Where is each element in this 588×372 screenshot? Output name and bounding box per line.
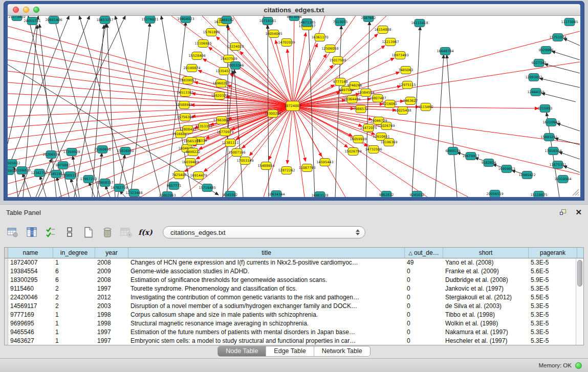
cell-out_degree[interactable]: 0 bbox=[405, 319, 443, 328]
graph-edge-black[interactable] bbox=[552, 51, 580, 60]
cell-name[interactable]: 19384554 bbox=[8, 267, 53, 276]
cell-out_degree[interactable]: 49 bbox=[405, 258, 443, 267]
graph-edge-red[interactable] bbox=[275, 40, 293, 106]
cell-title[interactable]: Estimation of significance thresholds fo… bbox=[128, 276, 405, 285]
table-row[interactable]: 1938455462009Genome-wide association stu… bbox=[5, 267, 583, 276]
cell-year[interactable]: 2008 bbox=[95, 276, 128, 285]
graph-edge-black[interactable] bbox=[107, 24, 115, 197]
table-row[interactable]: 977716911998Corpus callosum shape and si… bbox=[5, 311, 583, 319]
network-canvas[interactable]: 1615480812213967109734937485063129751159… bbox=[8, 16, 580, 197]
cell-name[interactable]: 9463627 bbox=[8, 337, 53, 345]
tab-network-table[interactable]: Network Table bbox=[314, 346, 370, 356]
graph-edge-black[interactable] bbox=[545, 64, 580, 73]
cell-name[interactable]: 18300295 bbox=[8, 276, 53, 285]
cell-year[interactable]: 1998 bbox=[95, 319, 128, 328]
cell-pagerank[interactable]: 5.3E-5 bbox=[529, 285, 577, 293]
minimize-window-button[interactable] bbox=[23, 7, 29, 13]
graph-edge-black[interactable] bbox=[57, 177, 61, 197]
graph-edge-black[interactable] bbox=[38, 16, 125, 197]
column-header-name[interactable]: name bbox=[8, 248, 53, 258]
cell-name[interactable]: 9115460 bbox=[8, 285, 53, 293]
cell-out_degree[interactable]: 0 bbox=[405, 293, 443, 302]
graph-edge-red[interactable] bbox=[233, 16, 293, 106]
cell-short[interactable]: Tibbo et al. (1998) bbox=[443, 311, 529, 319]
cell-short[interactable]: Franke et al. (2009) bbox=[443, 267, 529, 276]
graph-edge-red[interactable] bbox=[293, 43, 317, 106]
cell-title[interactable]: Corpus callosum shape and size in male p… bbox=[128, 311, 405, 319]
table-row[interactable]: 969969511998Structural magnetic resonanc… bbox=[5, 319, 583, 328]
cell-in_degree[interactable]: 2 bbox=[53, 285, 95, 293]
graph-edge-black[interactable] bbox=[447, 55, 457, 197]
graph-edge-red[interactable] bbox=[8, 49, 293, 106]
graph-edge-black[interactable] bbox=[92, 25, 104, 197]
graph-edge-black[interactable] bbox=[28, 16, 69, 197]
graph-edge-black[interactable] bbox=[8, 16, 38, 144]
float-panel-icon[interactable] bbox=[560, 209, 567, 216]
cell-name[interactable]: 9465546 bbox=[8, 328, 53, 337]
graph-edge-red[interactable] bbox=[293, 106, 304, 197]
table-row[interactable]: 2242004622012Investigating the contribut… bbox=[5, 293, 583, 302]
cell-out_degree[interactable]: 0 bbox=[405, 311, 443, 319]
table-row[interactable]: 1456911722003Disruption of a novel membe… bbox=[5, 302, 583, 311]
cell-pagerank[interactable]: 5.3E-5 bbox=[529, 328, 577, 337]
cell-pagerank[interactable]: 5.6E-5 bbox=[529, 267, 577, 276]
graph-edge-black[interactable] bbox=[166, 22, 186, 197]
graph-edge-black[interactable] bbox=[541, 93, 576, 102]
graph-edge-red[interactable] bbox=[293, 16, 294, 106]
graph-edge-black[interactable] bbox=[335, 26, 341, 197]
cell-year[interactable]: 2008 bbox=[95, 258, 128, 267]
cell-title[interactable]: Genome-wide association studies in ADHD. bbox=[128, 267, 405, 276]
cell-year[interactable]: 2003 bbox=[95, 302, 128, 311]
cell-title[interactable]: Estimation of the future numbers of pati… bbox=[128, 328, 405, 337]
cell-out_degree[interactable]: 0 bbox=[405, 337, 443, 345]
graph-edge-black[interactable] bbox=[130, 23, 150, 197]
tab-node-table[interactable]: Node Table bbox=[218, 346, 266, 356]
cell-name[interactable]: 14569117 bbox=[8, 302, 53, 311]
graph-edge-red[interactable] bbox=[293, 106, 580, 174]
tab-edge-table[interactable]: Edge Table bbox=[266, 346, 314, 356]
graph-edge-black[interactable] bbox=[8, 16, 69, 169]
cell-pagerank[interactable]: 5.3E-5 bbox=[529, 302, 577, 311]
cell-pagerank[interactable]: 5.3E-5 bbox=[529, 311, 577, 319]
graph-edge-black[interactable] bbox=[539, 78, 580, 87]
column-header-year[interactable]: year bbox=[95, 248, 128, 258]
graph-edge-black[interactable] bbox=[23, 173, 31, 197]
column-header-title[interactable]: title bbox=[128, 248, 405, 258]
new-column-button[interactable] bbox=[82, 226, 95, 238]
citation-network-graph[interactable]: 1615480812213967109734937485063129751159… bbox=[8, 16, 580, 197]
window-titlebar[interactable]: citations_edges.txt bbox=[8, 4, 580, 16]
zoom-window-button[interactable] bbox=[33, 7, 39, 13]
graph-edge-red[interactable] bbox=[230, 74, 293, 106]
graph-edge-black[interactable] bbox=[79, 16, 130, 197]
column-header-pagerank[interactable]: pagerank bbox=[529, 248, 577, 258]
graph-edge-black[interactable] bbox=[555, 138, 580, 145]
cell-in_degree[interactable]: 6 bbox=[53, 276, 95, 285]
cell-year[interactable]: 2009 bbox=[95, 267, 128, 276]
cell-in_degree[interactable]: 6 bbox=[53, 267, 95, 276]
cell-short[interactable]: Dudbridge et al. (2008) bbox=[443, 276, 529, 285]
cell-title[interactable]: Tourette syndrome. Phenomenology and cla… bbox=[128, 285, 405, 293]
table-scrollbar-thumb[interactable] bbox=[577, 260, 582, 287]
cell-in_degree[interactable]: 1 bbox=[53, 328, 95, 337]
show-columns-button[interactable] bbox=[25, 226, 38, 238]
table-row[interactable]: 1830029562008Estimation of significance … bbox=[5, 276, 583, 285]
cell-in_degree[interactable]: 2 bbox=[53, 293, 95, 302]
graph-edge-red[interactable] bbox=[198, 71, 293, 106]
cell-title[interactable]: Disruption of a novel member of a sodium… bbox=[128, 302, 405, 311]
graph-edge-red[interactable] bbox=[8, 60, 293, 106]
cell-in_degree[interactable]: 1 bbox=[53, 311, 95, 319]
graph-edge-black[interactable] bbox=[36, 159, 52, 197]
cell-short[interactable]: Hescheler et al. (1997) bbox=[443, 337, 529, 345]
cell-pagerank[interactable]: 5.5E-5 bbox=[529, 293, 577, 302]
cell-year[interactable]: 1997 bbox=[95, 328, 128, 337]
table-row[interactable]: 946362711997Embryonic stem cells: a mode… bbox=[5, 337, 583, 345]
graph-edge-red[interactable] bbox=[8, 106, 293, 150]
clear-selection-button[interactable] bbox=[63, 226, 76, 238]
cell-out_degree[interactable]: 0 bbox=[405, 328, 443, 337]
table-row[interactable]: 911546021997Tourette syndrome. Phenomeno… bbox=[5, 285, 583, 293]
cell-year[interactable]: 1997 bbox=[95, 285, 128, 293]
cell-out_degree[interactable]: 0 bbox=[405, 276, 443, 285]
cell-out_degree[interactable]: 0 bbox=[405, 302, 443, 311]
graph-edge-black[interactable] bbox=[559, 152, 580, 159]
cell-title[interactable]: Changes of HCN gene expression and I(f) … bbox=[128, 258, 405, 267]
